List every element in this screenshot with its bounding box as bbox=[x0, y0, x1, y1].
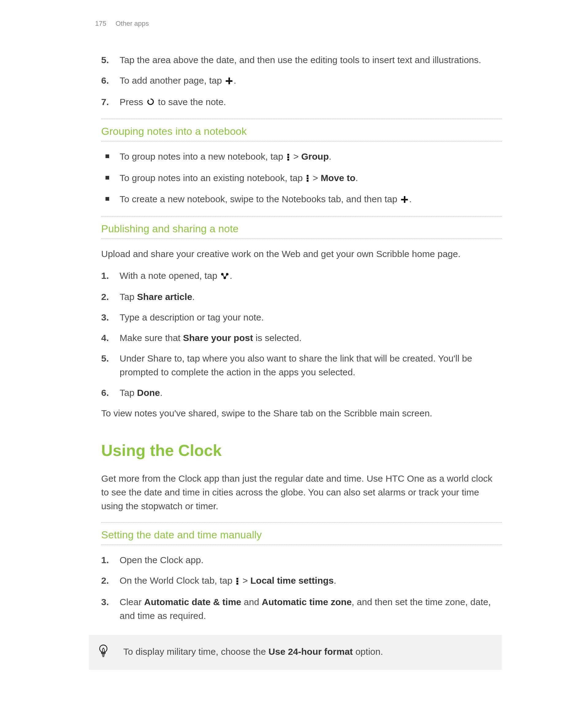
tip-text: To display military time, choose the Use… bbox=[123, 643, 493, 658]
section-title-datetime: Setting the date and time manually bbox=[101, 527, 502, 545]
step-7: Press to save the note. bbox=[101, 95, 502, 110]
text: . bbox=[356, 173, 358, 183]
text: . bbox=[329, 151, 331, 161]
svg-rect-5 bbox=[307, 175, 309, 177]
section-title-publishing: Publishing and sharing a note bbox=[101, 221, 502, 239]
step-6-text-a: To add another page, tap bbox=[120, 75, 224, 85]
page-header: 175 Other apps bbox=[61, 18, 502, 28]
svg-rect-14 bbox=[236, 580, 238, 582]
text: option. bbox=[353, 646, 383, 657]
moveto-label: Move to bbox=[321, 173, 356, 183]
divider bbox=[101, 216, 502, 217]
text: Clear bbox=[120, 597, 144, 607]
divider bbox=[101, 522, 502, 523]
text: To display military time, choose the bbox=[123, 646, 268, 657]
dt-step-3: Clear Automatic date & time and Automati… bbox=[101, 595, 502, 623]
done-label: Done bbox=[137, 388, 160, 398]
svg-rect-4 bbox=[287, 159, 289, 161]
share-article-label: Share article bbox=[137, 292, 192, 302]
dt-step-2: On the World Clock tab, tap > Local time… bbox=[101, 574, 502, 588]
group-label: Group bbox=[301, 151, 329, 161]
text: > bbox=[240, 575, 250, 586]
divider bbox=[101, 119, 502, 119]
pub-step-1: With a note opened, tap . bbox=[101, 269, 502, 283]
menu-icon bbox=[236, 574, 239, 588]
step-5-text: Tap the area above the date, and then us… bbox=[120, 55, 481, 65]
text: > bbox=[291, 151, 301, 161]
clock-intro: Get more from the Clock app than just th… bbox=[101, 472, 502, 513]
text: > bbox=[310, 173, 321, 183]
text: With a note opened, tap bbox=[120, 271, 220, 281]
step-6-text-b: . bbox=[234, 75, 236, 85]
pub-step-4: Make sure that Share your post is select… bbox=[101, 331, 502, 345]
text: Make sure that bbox=[120, 333, 183, 343]
pub-step-2: Tap Share article. bbox=[101, 290, 502, 304]
datetime-steps: Open the Clock app. On the World Clock t… bbox=[101, 553, 502, 623]
text: Type a description or tag your note. bbox=[120, 312, 264, 322]
pub-step-6: Tap Done. bbox=[101, 386, 502, 400]
svg-rect-2 bbox=[287, 154, 289, 156]
plus-icon bbox=[225, 74, 233, 88]
share-icon bbox=[221, 269, 229, 283]
lightbulb-icon bbox=[98, 644, 108, 661]
svg-rect-6 bbox=[307, 177, 309, 179]
menu-icon bbox=[287, 150, 290, 164]
continued-steps-list: Tap the area above the date, and then us… bbox=[101, 53, 502, 109]
dt-step-1: Open the Clock app. bbox=[101, 553, 502, 567]
svg-rect-1 bbox=[226, 80, 232, 82]
svg-point-16 bbox=[100, 645, 107, 652]
text: . bbox=[160, 388, 162, 398]
text: To group notes into a new notebook, tap bbox=[120, 151, 286, 161]
local-time-label: Local time settings bbox=[250, 575, 334, 586]
svg-rect-7 bbox=[307, 180, 309, 182]
publishing-steps: With a note opened, tap . Tap Share arti… bbox=[101, 269, 502, 400]
text: Under Share to, tap where you also want … bbox=[120, 353, 472, 377]
text: and bbox=[241, 597, 262, 607]
bullet-group-new: To group notes into a new notebook, tap … bbox=[101, 150, 502, 164]
text: . bbox=[230, 271, 232, 281]
text: To create a new notebook, swipe to the N… bbox=[120, 194, 400, 204]
section-name: Other apps bbox=[116, 18, 149, 28]
back-icon bbox=[146, 96, 154, 109]
share-post-label: Share your post bbox=[183, 333, 253, 343]
bullet-create-notebook: To create a new notebook, swipe to the N… bbox=[101, 192, 502, 207]
plus-icon bbox=[401, 193, 408, 207]
text: . bbox=[334, 575, 336, 586]
auto-date-label: Automatic date & time bbox=[144, 597, 241, 607]
text: To group notes into an existing notebook… bbox=[120, 173, 305, 183]
grouping-bullets: To group notes into a new notebook, tap … bbox=[101, 150, 502, 207]
pub-step-5: Under Share to, tap where you also want … bbox=[101, 351, 502, 379]
auto-tz-label: Automatic time zone bbox=[261, 597, 352, 607]
step-7-text-b: to save the note. bbox=[155, 97, 226, 107]
svg-rect-13 bbox=[236, 578, 238, 580]
24hour-label: Use 24-hour format bbox=[268, 646, 353, 657]
pub-step-3: Type a description or tag your note. bbox=[101, 310, 502, 324]
step-7-text-a: Press bbox=[120, 97, 146, 107]
svg-rect-3 bbox=[287, 156, 289, 158]
text: Tap bbox=[120, 388, 137, 398]
text: On the World Clock tab, tap bbox=[120, 575, 235, 586]
publishing-intro: Upload and share your creative work on t… bbox=[101, 247, 502, 261]
page-number: 175 bbox=[95, 18, 106, 28]
text: . bbox=[409, 194, 412, 204]
svg-rect-15 bbox=[236, 583, 238, 585]
bullet-group-existing: To group notes into an existing notebook… bbox=[101, 171, 502, 186]
menu-icon bbox=[306, 172, 309, 185]
section-title-grouping: Grouping notes into a notebook bbox=[101, 123, 502, 142]
step-6: To add another page, tap . bbox=[101, 74, 502, 88]
svg-rect-9 bbox=[401, 199, 408, 200]
publishing-outro: To view notes you've shared, swipe to th… bbox=[101, 406, 502, 420]
page-content: Tap the area above the date, and then us… bbox=[61, 53, 502, 670]
step-5: Tap the area above the date, and then us… bbox=[101, 53, 502, 67]
main-title-clock: Using the Clock bbox=[101, 438, 502, 462]
text: is selected. bbox=[253, 333, 302, 343]
text: Open the Clock app. bbox=[120, 555, 203, 565]
text: . bbox=[192, 292, 195, 302]
text: Tap bbox=[120, 292, 137, 302]
tip-box: To display military time, choose the Use… bbox=[89, 635, 502, 670]
